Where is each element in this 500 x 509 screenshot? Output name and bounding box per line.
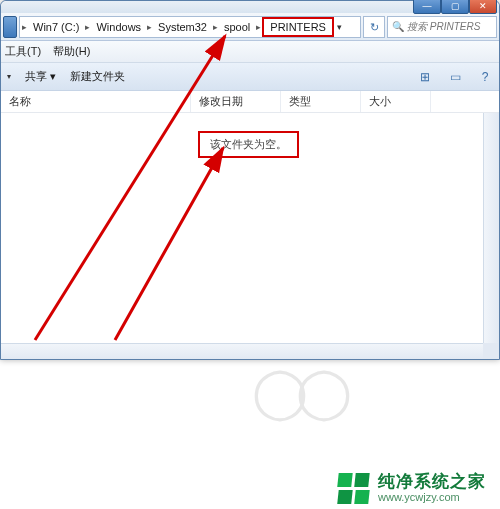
chevron-right-icon: ▸: [211, 22, 220, 32]
maximize-button[interactable]: ▢: [441, 0, 469, 14]
nav-back-forward[interactable]: [3, 16, 17, 38]
new-folder-button[interactable]: 新建文件夹: [70, 69, 125, 84]
column-size[interactable]: 大小: [361, 91, 431, 112]
column-date[interactable]: 修改日期: [191, 91, 281, 112]
share-button[interactable]: 共享 ▾: [25, 69, 56, 84]
address-bar-row: ▸ Win7 (C:) ▸ Windows ▸ System32 ▸ spool…: [1, 13, 499, 41]
watermark-bar: 纯净系统之家 www.ycwjzy.com: [0, 467, 500, 509]
column-headers: 名称 修改日期 类型 大小: [1, 91, 499, 113]
file-list-area[interactable]: 该文件夹为空。: [1, 113, 499, 359]
menu-help[interactable]: 帮助(H): [53, 44, 90, 59]
chevron-right-icon: ▸: [20, 22, 29, 32]
crumb-drive[interactable]: Win7 (C:): [29, 17, 83, 37]
crumb-printers[interactable]: PRINTERS: [262, 17, 334, 37]
column-type[interactable]: 类型: [281, 91, 361, 112]
search-placeholder: 搜索 PRINTERS: [407, 20, 480, 34]
watermark-ghost-icon: ◯◯: [252, 363, 340, 421]
toolbar: ▾ 共享 ▾ 新建文件夹 ⊞ ▭ ?: [1, 63, 499, 91]
menu-bar: 工具(T) 帮助(H): [1, 41, 499, 63]
scrollbar-horizontal[interactable]: [1, 343, 483, 359]
chevron-right-icon: ▸: [83, 22, 92, 32]
column-name[interactable]: 名称: [1, 91, 191, 112]
watermark-url: www.ycwjzy.com: [378, 491, 486, 503]
crumb-system32[interactable]: System32: [154, 17, 211, 37]
search-input[interactable]: 🔍 搜索 PRINTERS: [387, 16, 497, 38]
titlebar[interactable]: — ▢ ✕: [1, 1, 499, 13]
menu-tools[interactable]: 工具(T): [5, 44, 41, 59]
crumb-spool[interactable]: spool: [220, 17, 254, 37]
refresh-button[interactable]: ↻: [363, 16, 385, 38]
view-options-icon[interactable]: ⊞: [417, 69, 433, 85]
window-controls: — ▢ ✕: [413, 0, 497, 14]
help-icon[interactable]: ?: [477, 69, 493, 85]
close-button[interactable]: ✕: [469, 0, 497, 14]
minimize-button[interactable]: —: [413, 0, 441, 14]
address-dropdown-icon[interactable]: ▾: [333, 22, 347, 32]
preview-pane-icon[interactable]: ▭: [447, 69, 463, 85]
scrollbar-vertical[interactable]: [483, 113, 499, 359]
watermark-title: 纯净系统之家: [378, 473, 486, 492]
organize-dropdown-icon[interactable]: ▾: [7, 72, 11, 81]
explorer-window: — ▢ ✕ ▸ Win7 (C:) ▸ Windows ▸ System32 ▸…: [0, 0, 500, 360]
watermark-text: 纯净系统之家 www.ycwjzy.com: [378, 473, 486, 504]
empty-folder-message: 该文件夹为空。: [198, 131, 299, 158]
scrollbar-corner: [483, 343, 499, 359]
watermark-area: ◯◯ 纯净系统之家 www.ycwjzy.com: [0, 389, 500, 509]
breadcrumb[interactable]: ▸ Win7 (C:) ▸ Windows ▸ System32 ▸ spool…: [19, 16, 361, 38]
chevron-right-icon: ▸: [145, 22, 154, 32]
watermark-logo-icon: [338, 473, 368, 503]
search-icon: 🔍: [392, 21, 404, 32]
crumb-windows[interactable]: Windows: [92, 17, 145, 37]
